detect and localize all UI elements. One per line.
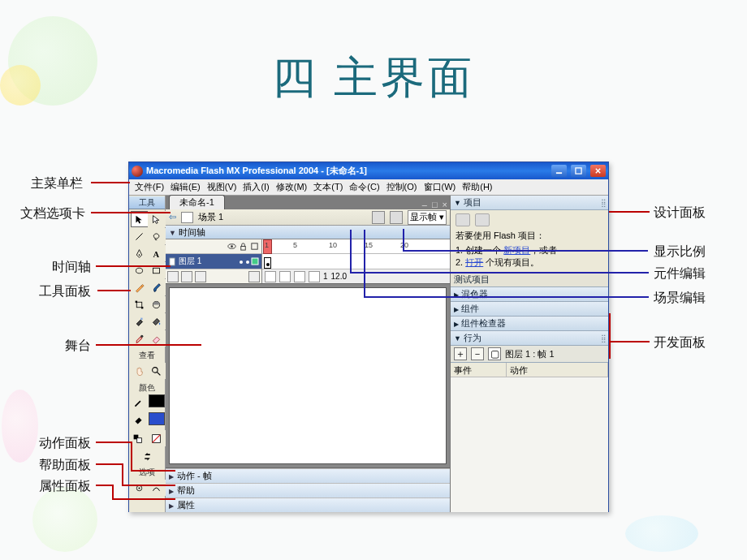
tool-inkbottle[interactable] [131,313,149,330]
tools-header: 工具 [129,196,165,209]
tool-paintbucket[interactable] [148,313,166,330]
tool-line[interactable] [131,228,149,244]
edit-multi-icon[interactable] [309,271,320,282]
mixer-panel-bar[interactable]: 混色器 [451,287,608,302]
behavior-panel-header[interactable]: 行为 ⣿ [451,331,608,346]
title-bar[interactable]: Macromedia Flash MX Professional 2004 - … [129,162,608,179]
tool-lasso[interactable] [148,228,166,244]
tick-1: 1 [265,241,269,249]
eye-icon[interactable] [227,242,236,251]
zoom-select[interactable]: 显示帧 ▾ [408,210,447,225]
doc-tabs: 未命名-1 – □ × [166,196,450,209]
onion-icon[interactable] [279,271,291,282]
stroke-color[interactable] [149,394,165,407]
menu-insert[interactable]: 插入(I) [240,181,271,193]
scene-name[interactable]: 场景 1 [198,211,223,223]
maximize-button[interactable] [571,165,586,177]
tool-hand[interactable] [131,363,149,379]
panel-menu-icon[interactable]: ⣿ [601,199,605,207]
edit-scene-icon[interactable] [372,211,385,224]
tool-arrow[interactable] [131,211,149,227]
delete-layer-button[interactable] [248,271,260,282]
center-frame-icon[interactable] [265,271,276,282]
stroke-swatch[interactable] [130,394,148,411]
menu-commands[interactable]: 命令(C) [347,181,382,193]
menu-edit[interactable]: 编辑(E) [168,181,203,193]
svg-rect-20 [241,247,246,251]
tool-pencil[interactable] [131,279,149,295]
layer-1-row[interactable]: 图层 1 [166,254,261,269]
tick-20: 20 [400,241,408,249]
menu-control[interactable]: 控制(O) [384,181,420,193]
frames-area[interactable] [262,254,450,269]
tool-rect[interactable] [148,262,166,278]
actions-panel-bar[interactable]: 动作 - 帧 [166,468,450,483]
menu-help[interactable]: 帮助(H) [460,181,494,193]
option-snap[interactable] [131,480,149,496]
doc-min[interactable]: – [420,200,430,209]
menu-modify[interactable]: 修改(M) [274,181,310,193]
option-smooth[interactable] [148,480,166,496]
no-color-icon[interactable] [148,430,166,446]
tools-color-label: 颜色 [129,382,165,394]
scene-bar: ⇦ 场景 1 显示帧 ▾ [166,209,450,226]
behavior-menu-icon[interactable]: ⣿ [601,334,605,342]
menu-window[interactable]: 窗口(W) [421,181,459,193]
add-guide-layer-button[interactable] [181,271,192,282]
project-icon-2[interactable] [475,213,490,226]
test-project-bar[interactable]: 测试项目 [451,273,608,287]
menu-bar[interactable]: 文件(F) 编辑(E) 视图(V) 插入(I) 修改(M) 文本(T) 命令(C… [129,179,608,196]
menu-file[interactable]: 文件(F) [132,181,166,193]
tool-oval[interactable] [131,262,149,278]
swap-colors-icon[interactable] [138,448,156,464]
label-tools-panel: 工具面板 [39,283,91,300]
onion-outline-icon[interactable] [294,271,305,282]
lock-icon[interactable] [239,242,248,251]
project-panel-header[interactable]: 项目 ⣿ [451,196,608,210]
mixer-label: 混色器 [454,288,488,300]
add-layer-button[interactable] [167,271,179,282]
window-title: Macromedia Flash MX Professional 2004 - … [146,165,547,177]
timeline-header[interactable]: 时间轴 [166,226,450,239]
tool-freetrans[interactable] [131,296,149,312]
fill-color[interactable] [149,412,165,425]
project-icon-1[interactable] [456,213,470,226]
behavior-col-event[interactable]: 事件 [451,363,507,377]
components-panel-bar[interactable]: 组件 [451,302,608,317]
inspector-panel-bar[interactable]: 组件检查器 [451,317,608,331]
edit-symbol-icon[interactable] [390,211,403,224]
label-symbol-edit: 元件编辑 [654,265,706,282]
add-behavior-button[interactable]: ＋ [454,347,467,360]
tool-pen[interactable] [131,245,149,261]
tool-subselect[interactable] [148,211,166,227]
tool-brush[interactable] [148,279,166,295]
behavior-toolbar: ＋ － ▢ 图层 1 : 帧 1 [451,346,608,363]
add-folder-button[interactable] [195,271,206,282]
doc-tab-1[interactable]: 未命名-1 [169,195,225,209]
properties-panel-bar[interactable]: 属性 [166,498,450,512]
timeline-label: 时间轴 [169,226,205,239]
behavior-col-action[interactable]: 动作 [507,363,608,377]
outline-icon[interactable] [250,242,259,251]
svg-rect-22 [170,257,175,265]
current-frame: 1 [323,272,328,281]
tool-filltrans[interactable] [148,296,166,312]
timeline-ruler[interactable]: 1 5 10 15 20 [262,239,450,254]
close-button[interactable] [590,165,606,177]
menu-text[interactable]: 文本(T) [311,181,345,193]
open-project-link[interactable]: 打开 [465,257,483,267]
tool-zoom[interactable] [148,363,166,379]
fill-swatch[interactable] [130,412,148,429]
help-panel-bar[interactable]: 帮助 [166,483,450,498]
stage[interactable] [169,287,447,464]
remove-behavior-button[interactable]: － [471,347,484,360]
minimize-button[interactable] [551,165,567,177]
doc-max[interactable]: □ [430,200,440,209]
fps-display: 12.0 [331,272,347,281]
keyframe-1[interactable] [264,257,271,269]
tool-text[interactable]: A [148,245,166,261]
tools-options-label: 选项 [129,467,165,478]
doc-close[interactable]: × [440,200,450,209]
menu-view[interactable]: 视图(V) [205,181,240,193]
behavior-icon: ▢ [488,347,501,360]
